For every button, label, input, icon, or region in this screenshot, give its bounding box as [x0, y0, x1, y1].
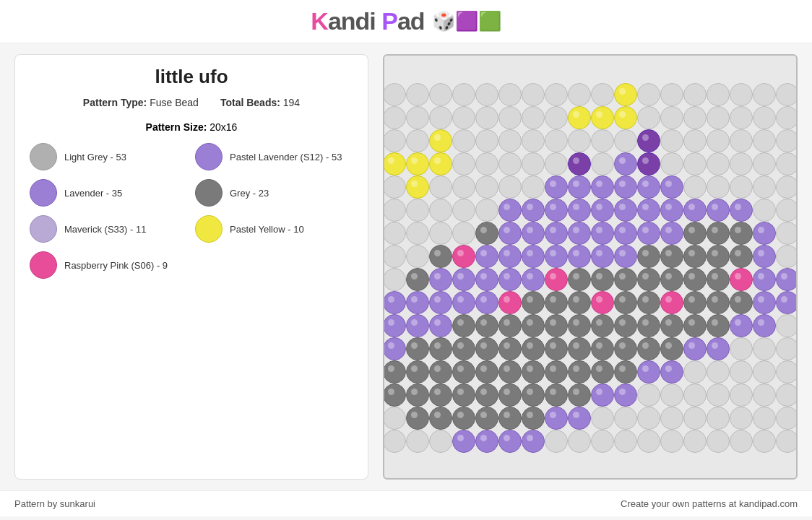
bead-cell: [498, 199, 522, 222]
bead-cell: [753, 430, 776, 453]
bead-cell: [614, 360, 637, 384]
bead-cell: [730, 152, 753, 176]
bead-cell: [498, 430, 522, 453]
bead-cell: [614, 291, 637, 314]
bead-cell: [522, 199, 545, 222]
bead-cell: [707, 222, 730, 245]
bead-cell: [730, 360, 753, 384]
bead-cell: [591, 176, 614, 199]
bead-cell: [383, 430, 406, 453]
bead-cell: [406, 245, 429, 268]
bead-cell: [776, 222, 798, 245]
bead-cell: [753, 106, 776, 129]
bead-cell: [475, 83, 498, 106]
total-beads: Total Beads: 194: [220, 97, 300, 108]
bead-cell: [568, 176, 591, 199]
bead-cell: [545, 360, 568, 384]
bead-cell: [683, 430, 707, 453]
bead-cell: [545, 407, 568, 430]
bead-cell: [545, 83, 568, 106]
bead-cell: [683, 106, 707, 129]
bead-cell: [498, 291, 522, 314]
bead-cell: [614, 83, 637, 106]
bead-cell: [637, 407, 660, 430]
bead-cell: [498, 129, 522, 152]
bead-cell: [406, 83, 429, 106]
bead-cell: [406, 291, 429, 314]
bead-cell: [753, 199, 776, 222]
bead-cell: [383, 291, 406, 314]
bead-cell: [776, 199, 798, 222]
bead-cell: [683, 245, 707, 268]
bead-cell: [429, 384, 452, 407]
bead-cell: [637, 245, 660, 268]
logo-andi: andi: [328, 7, 376, 35]
bead-cell: [406, 337, 429, 360]
bead-cell: [637, 384, 660, 407]
bead-cell: [475, 291, 498, 314]
bead-cell: [568, 360, 591, 384]
bead-cell: [429, 360, 452, 384]
bead-cell: [475, 407, 498, 430]
bead-cell: [429, 83, 452, 106]
bead-cell: [452, 314, 475, 337]
bead-cell: [637, 199, 660, 222]
bead-cell: [429, 337, 452, 360]
bead-cell: [429, 268, 452, 291]
left-panel: little ufo Pattern Type: Fuse Bead Total…: [14, 54, 368, 480]
bead-cell: [730, 83, 753, 106]
bead-cell: [730, 314, 753, 337]
bead-cell: [522, 337, 545, 360]
bead-cell: [498, 106, 522, 129]
color-item: Light Grey - 53: [30, 143, 188, 170]
bead-cell: [452, 384, 475, 407]
bead-cell: [707, 245, 730, 268]
bead-cell: [383, 337, 406, 360]
bead-cell: [406, 384, 429, 407]
bead-cell: [475, 337, 498, 360]
bead-cell: [683, 199, 707, 222]
bead-cell: [776, 245, 798, 268]
bead-cell: [707, 129, 730, 152]
bead-cell: [429, 291, 452, 314]
bead-cell: [776, 337, 798, 360]
bead-cell: [545, 291, 568, 314]
bead-cell: [452, 430, 475, 453]
logo-p: P: [381, 7, 397, 35]
bead-cell: [498, 245, 522, 268]
bead-cell: [568, 83, 591, 106]
bead-cell: [522, 83, 545, 106]
bead-cell: [776, 360, 798, 384]
bead-cell: [730, 106, 753, 129]
bead-cell: [429, 222, 452, 245]
bead-cell: [683, 360, 707, 384]
bead-cell: [545, 106, 568, 129]
bead-cell: [475, 268, 498, 291]
bead-cell: [591, 222, 614, 245]
bead-cell: [753, 337, 776, 360]
bead-cell: [545, 268, 568, 291]
bead-cell: [591, 384, 614, 407]
bead-cell: [614, 199, 637, 222]
bead-cell: [730, 199, 753, 222]
bead-cell: [660, 83, 683, 106]
bead-cell: [545, 152, 568, 176]
bead-cell: [637, 106, 660, 129]
bead-cell: [637, 314, 660, 337]
color-item: Raspberry Pink (S06) - 9: [30, 251, 188, 279]
bead-cell: [637, 176, 660, 199]
bead-cell: [753, 245, 776, 268]
color-swatch: [30, 179, 57, 207]
color-swatch: [195, 179, 223, 207]
bead-cell: [614, 430, 637, 453]
color-label: Lavender - 35: [64, 188, 122, 199]
bead-cell: [498, 83, 522, 106]
bead-cell: [406, 129, 429, 152]
bead-cell: [452, 222, 475, 245]
logo-ad: ad: [397, 7, 425, 35]
bead-cell: [545, 314, 568, 337]
bead-cell: [614, 245, 637, 268]
color-item: Maverick (S33) - 11: [30, 215, 188, 243]
bead-cell: [614, 314, 637, 337]
bead-cell: [498, 360, 522, 384]
